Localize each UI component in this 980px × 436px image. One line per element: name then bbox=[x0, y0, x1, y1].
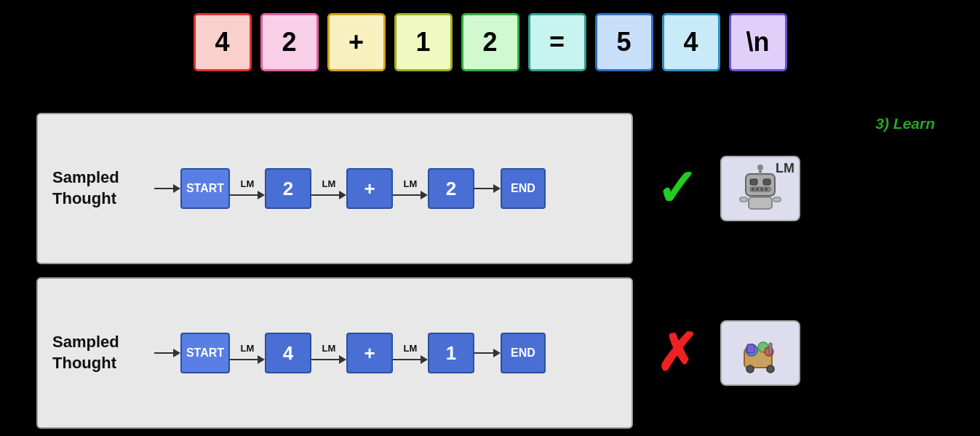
token-eq: = bbox=[528, 13, 586, 71]
svg-point-18 bbox=[746, 365, 754, 373]
arrow-lm-2b: LM bbox=[311, 343, 346, 364]
node-2b-1: 2 bbox=[428, 168, 474, 209]
svg-point-19 bbox=[767, 365, 774, 373]
token-4: 4 bbox=[194, 13, 252, 71]
entry-arrow-1 bbox=[154, 184, 180, 193]
arrow-lm-2a: LM bbox=[230, 343, 265, 364]
thought-label-1: SampledThought bbox=[52, 167, 154, 209]
token-1: 1 bbox=[394, 13, 453, 71]
arrow-lm-2c: LM bbox=[393, 343, 428, 364]
svg-rect-11 bbox=[740, 197, 747, 202]
chain-incorrect: START LM 4 LM + LM 1 bbox=[154, 333, 617, 373]
diagram-row-correct: SampledThought START LM 2 LM + bbox=[36, 113, 944, 264]
svg-rect-8 bbox=[760, 188, 763, 191]
token-newline: \n bbox=[729, 13, 787, 71]
lm-label-good: LM bbox=[776, 161, 794, 176]
node-end-2: END bbox=[501, 333, 546, 373]
token-plus: + bbox=[327, 13, 386, 71]
arrow-to-end-2 bbox=[474, 349, 501, 357]
node-start-2: START bbox=[180, 333, 230, 373]
token-4b: 4 bbox=[662, 13, 720, 71]
svg-rect-10 bbox=[749, 197, 772, 209]
svg-rect-0 bbox=[746, 174, 775, 196]
node-2-1: 2 bbox=[265, 168, 311, 209]
token-2: 2 bbox=[260, 13, 319, 71]
arrow-lm-1c: LM bbox=[393, 178, 428, 199]
svg-rect-20 bbox=[769, 343, 772, 354]
token-5: 5 bbox=[595, 13, 653, 71]
token-row: 4 2 + 1 2 = 5 4 \n bbox=[0, 0, 980, 71]
arrow-lm-1b: LM bbox=[311, 178, 346, 199]
chain-correct: START LM 2 LM + LM 2 bbox=[154, 168, 617, 209]
arrow-lm-1a: LM bbox=[230, 178, 265, 199]
svg-rect-9 bbox=[765, 188, 768, 191]
svg-rect-4 bbox=[763, 179, 770, 185]
entry-arrow-2 bbox=[154, 349, 180, 357]
svg-rect-12 bbox=[773, 197, 781, 202]
trash-icon bbox=[736, 328, 785, 378]
diagram-row-incorrect: SampledThought START LM 4 LM + bbox=[36, 277, 944, 429]
thought-label-2: SampledThought bbox=[52, 332, 154, 373]
token-2b: 2 bbox=[461, 13, 519, 71]
result-cross: ✗ bbox=[648, 323, 706, 383]
svg-rect-17 bbox=[747, 344, 754, 353]
robot-good: LM bbox=[720, 156, 800, 221]
diagram-area: SampledThought START LM 2 LM + bbox=[36, 113, 944, 429]
svg-point-2 bbox=[757, 165, 763, 170]
node-start-1: START bbox=[180, 168, 230, 209]
node-4-2: 4 bbox=[265, 333, 311, 373]
thought-box-correct: SampledThought START LM 2 LM + bbox=[36, 113, 633, 264]
node-plus-2: + bbox=[346, 333, 393, 373]
svg-rect-7 bbox=[756, 188, 759, 191]
node-1-2: 1 bbox=[428, 333, 474, 373]
robot-bad bbox=[720, 320, 800, 386]
thought-box-incorrect: SampledThought START LM 4 LM + bbox=[36, 277, 633, 429]
svg-rect-3 bbox=[750, 179, 757, 185]
node-plus-1: + bbox=[346, 168, 393, 209]
arrow-to-end-1 bbox=[474, 184, 501, 193]
node-end-1: END bbox=[501, 168, 546, 209]
result-check: ✓ bbox=[648, 159, 706, 218]
svg-rect-6 bbox=[752, 188, 754, 191]
